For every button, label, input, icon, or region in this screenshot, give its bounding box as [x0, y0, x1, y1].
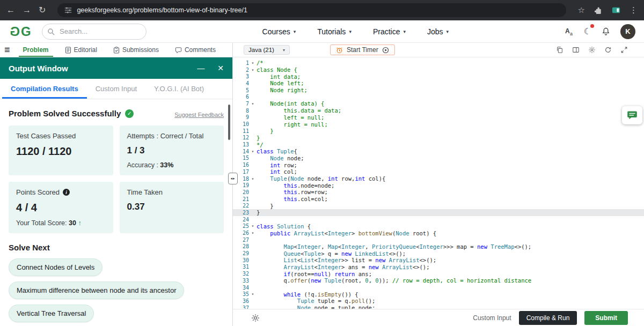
browser-menu-icon[interactable]: ⋮: [630, 5, 638, 15]
code-line[interactable]: 9 left = null;: [233, 114, 644, 121]
code-text: Node right;: [257, 87, 308, 93]
code-line[interactable]: 25▾class Solution {: [233, 223, 644, 230]
code-text: class Node {: [257, 66, 297, 73]
chat-feedback-button[interactable]: [622, 106, 642, 124]
code-line[interactable]: 3 int data;: [233, 73, 644, 80]
tab-editorial[interactable]: Editorial: [61, 43, 101, 57]
language-select[interactable]: Java (21) ▾: [244, 45, 290, 55]
search-input[interactable]: [42, 24, 147, 40]
clipboard-check-icon: [113, 47, 120, 54]
solve-next-item[interactable]: Vertical Tree Traversal: [9, 305, 94, 322]
fold-icon[interactable]: ▾: [249, 68, 257, 72]
fold-icon[interactable]: ▾: [249, 149, 257, 154]
code-line[interactable]: 30 List<List<Integer>> list = new ArrayL…: [233, 257, 644, 264]
code-line[interactable]: 17 int col;: [233, 168, 644, 175]
tab-custom-input[interactable]: Custom Input: [87, 79, 145, 99]
line-number: 1: [233, 60, 249, 66]
code-line[interactable]: 35▾ while (!q.isEmpty()) {: [233, 291, 644, 298]
solve-next-item[interactable]: Maximum difference between node and its …: [9, 281, 184, 299]
back-icon[interactable]: ←: [6, 6, 15, 14]
fold-icon[interactable]: ▾: [249, 176, 257, 181]
code-line[interactable]: 1▾/*: [233, 60, 644, 66]
nav-courses[interactable]: Courses▾: [262, 27, 296, 36]
code-line[interactable]: 23}: [233, 209, 644, 216]
avatar[interactable]: K: [620, 24, 635, 39]
fold-icon[interactable]: ▾: [249, 101, 257, 106]
code-line[interactable]: 20 this.row=row;: [233, 189, 644, 196]
tab-comments[interactable]: Comments: [171, 43, 220, 57]
fold-icon[interactable]: ▾: [249, 231, 257, 235]
code-line[interactable]: 26▾ public ArrayList<Integer> bottomView…: [233, 229, 644, 236]
code-line[interactable]: 27: [233, 236, 644, 243]
settings-gear-icon[interactable]: [588, 46, 596, 54]
submit-button[interactable]: Submit: [584, 311, 628, 325]
code-line[interactable]: 22 }: [233, 202, 644, 209]
reload-icon[interactable]: ↻: [39, 6, 46, 14]
code-line[interactable]: 16 int row;: [233, 161, 644, 168]
code-line[interactable]: 11 }: [233, 128, 644, 135]
hamburger-menu-icon[interactable]: ≡: [4, 45, 10, 56]
compile-run-button[interactable]: Compile & Run: [519, 311, 577, 325]
nav-jobs[interactable]: Jobs▾: [427, 27, 449, 36]
theme-toggle-icon[interactable]: ☾: [584, 26, 591, 36]
line-number: 23: [233, 210, 249, 216]
tab-yogi-ai-bot[interactable]: Y.O.G.I. (AI Bot): [145, 79, 213, 99]
fullscreen-icon[interactable]: [620, 46, 628, 54]
code-line[interactable]: 37 Node node = tuple.node;: [233, 305, 644, 309]
gfg-logo[interactable]: G G: [9, 25, 32, 39]
code-line[interactable]: 29 Queue<Tuple> q = new LinkedList<>();: [233, 250, 644, 257]
panel-splitter-handle[interactable]: ◂▸: [228, 173, 238, 184]
fold-icon[interactable]: ▾: [249, 61, 257, 65]
bookmark-star-icon[interactable]: ☆: [578, 5, 585, 15]
code-line[interactable]: 33 q.offer(new Tuple(root, 0, 0)); // ro…: [233, 277, 644, 284]
bell-icon[interactable]: [601, 27, 611, 36]
code-line[interactable]: 5 Node right;: [233, 87, 644, 94]
code-line[interactable]: 28 Map<Integer, Map<Integer, PriorityQue…: [233, 243, 644, 250]
close-icon[interactable]: ✕: [217, 64, 224, 72]
url-bar[interactable]: geeksforgeeks.org/problems/bottom-view-o…: [57, 3, 566, 17]
suggest-feedback-link[interactable]: Suggest Feedback: [174, 112, 224, 118]
minimize-icon[interactable]: —: [197, 64, 204, 72]
fold-icon[interactable]: ▾: [249, 292, 257, 297]
panel-scrollbar-thumb[interactable]: [228, 105, 230, 140]
code-line[interactable]: 32 if(root==null) return ans;: [233, 270, 644, 277]
custom-input-link[interactable]: Custom Input: [473, 314, 511, 322]
code-line[interactable]: 12}: [233, 135, 644, 142]
code-line[interactable]: 7▾ Node(int data) {: [233, 100, 644, 107]
reset-code-icon[interactable]: [604, 46, 612, 54]
sidepanel-icon[interactable]: [611, 6, 621, 14]
fold-icon[interactable]: ▾: [249, 224, 257, 228]
code-line[interactable]: 15 Node node;: [233, 155, 644, 162]
code-editor[interactable]: 1▾/*2▾class Node {3 int data;4 Node left…: [233, 57, 644, 309]
forward-icon[interactable]: →: [23, 6, 31, 14]
copy-code-icon[interactable]: [556, 46, 564, 54]
tab-compilation-results[interactable]: Compilation Results: [2, 79, 87, 99]
nav-tutorials[interactable]: Tutorials▾: [317, 27, 352, 36]
nav-practice[interactable]: Practice▾: [373, 27, 406, 36]
code-line[interactable]: 6: [233, 93, 644, 100]
translate-icon[interactable]: A a: [565, 27, 574, 36]
code-line[interactable]: 13*/: [233, 141, 644, 148]
site-settings-icon[interactable]: [64, 6, 72, 14]
code-line[interactable]: 36 Tuple tuple = q.poll();: [233, 298, 644, 305]
info-icon[interactable]: i: [63, 189, 70, 196]
tab-submissions[interactable]: Submissions: [109, 43, 163, 57]
code-line[interactable]: 24: [233, 216, 644, 223]
code-line[interactable]: 34: [233, 284, 644, 291]
solve-next-item[interactable]: Connect Nodes of Levels: [9, 258, 103, 276]
start-timer-button[interactable]: Start Timer: [330, 45, 395, 55]
code-line[interactable]: 10 right = null;: [233, 121, 644, 128]
editor-settings-icon[interactable]: [251, 314, 260, 322]
tab-problem[interactable]: Problem: [19, 43, 53, 57]
split-view-icon[interactable]: [572, 46, 580, 54]
time-taken-value: 0.37: [127, 202, 217, 212]
code-line[interactable]: 2▾class Node {: [233, 66, 644, 73]
code-line[interactable]: 21 this.col=col;: [233, 196, 644, 203]
code-line[interactable]: 14▾class Tuple{: [233, 148, 644, 155]
code-line[interactable]: 31 ArrayList<Integer> ans = new ArrayLis…: [233, 264, 644, 271]
extensions-icon[interactable]: [594, 6, 603, 15]
code-line[interactable]: 19 this.node=node;: [233, 182, 644, 189]
code-line[interactable]: 18▾ Tuple(Node node, int row,int col){: [233, 175, 644, 182]
code-line[interactable]: 4 Node left;: [233, 80, 644, 87]
code-line[interactable]: 8 this.data = data;: [233, 107, 644, 114]
